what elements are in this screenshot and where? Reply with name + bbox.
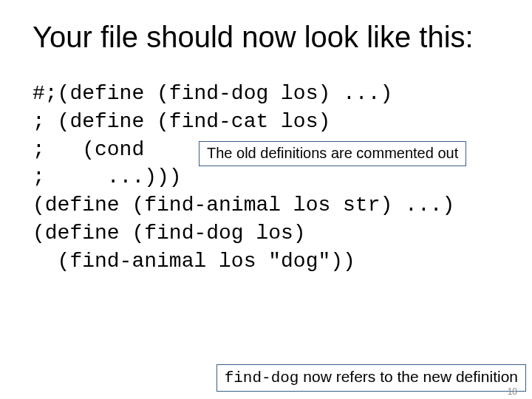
callout-find-dog-text: now refers to the new definition <box>299 368 518 385</box>
callout-find-dog: find-dog now refers to the new definitio… <box>216 364 526 392</box>
code-line: #;(define (find-dog los) ...) <box>33 80 502 108</box>
code-line: (find-animal los "dog")) <box>33 248 502 276</box>
code-line: (define (find-animal los str) ...) <box>33 191 502 219</box>
code-line: ; ...))) <box>33 163 502 191</box>
callout-commented-out: The old definitions are commented out <box>199 141 466 166</box>
callout-find-dog-code: find-dog <box>225 369 299 386</box>
code-block: #;(define (find-dog los) ...) ; (define … <box>33 80 502 276</box>
slide-number: 18 <box>508 386 517 397</box>
code-line: (define (find-dog los) <box>33 219 502 248</box>
slide-title: Your file should now look like this: <box>33 21 502 53</box>
slide: Your file should now look like this: #;(… <box>0 0 532 399</box>
code-line: ; (define (find-cat los) <box>33 108 502 136</box>
